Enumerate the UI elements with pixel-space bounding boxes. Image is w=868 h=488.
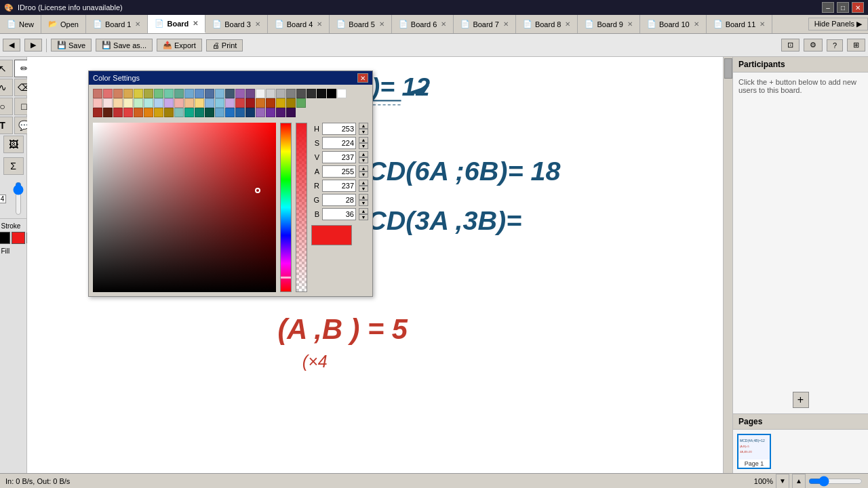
tab-board-7[interactable]: 📄Board 7✕: [454, 15, 516, 33]
gradient-picker[interactable]: [93, 123, 276, 292]
fullscreen-button[interactable]: ⊞: [847, 39, 865, 52]
color-swatch[interactable]: [256, 108, 265, 117]
tab-board-8[interactable]: 📄Board 8✕: [516, 15, 578, 33]
help-button[interactable]: ?: [827, 39, 843, 52]
close-button[interactable]: ✕: [852, 2, 864, 13]
color-swatch[interactable]: [93, 89, 102, 98]
color-swatch[interactable]: [276, 108, 285, 117]
select-tool[interactable]: ↖: [0, 60, 13, 77]
tab-board[interactable]: 📄Board✕: [148, 15, 205, 33]
a-up[interactable]: ▲: [359, 165, 368, 171]
color-swatch[interactable]: [266, 89, 275, 98]
color-dialog-close-button[interactable]: ✕: [357, 73, 368, 83]
circle-tool[interactable]: ○: [0, 98, 13, 115]
color-swatch[interactable]: [296, 89, 306, 98]
tab-board-5[interactable]: 📄Board 5✕: [330, 15, 392, 33]
color-swatch[interactable]: [266, 98, 275, 108]
color-swatch[interactable]: [184, 108, 194, 117]
b-down[interactable]: ▼: [359, 214, 368, 220]
s-down[interactable]: ▼: [359, 143, 368, 149]
zoom-up-button[interactable]: ▲: [792, 474, 806, 489]
image-tool[interactable]: 🖼: [3, 136, 24, 153]
color-swatch[interactable]: [134, 98, 143, 108]
color-swatch[interactable]: [184, 98, 194, 108]
tab-close-icon[interactable]: ✕: [317, 20, 322, 28]
sigma-tool[interactable]: Σ: [3, 157, 24, 175]
export-button[interactable]: 📤 Export: [157, 39, 202, 52]
color-swatch[interactable]: [123, 108, 133, 117]
color-swatch[interactable]: [144, 108, 153, 117]
tab-close-icon[interactable]: ✕: [255, 20, 260, 28]
color-swatch[interactable]: [144, 98, 153, 108]
minimize-button[interactable]: –: [822, 2, 834, 13]
color-swatch[interactable]: [123, 98, 133, 108]
print-button[interactable]: 🖨 Print: [206, 39, 243, 52]
s-input[interactable]: [322, 137, 356, 149]
color-swatch[interactable]: [154, 89, 163, 98]
color-swatch[interactable]: [205, 98, 214, 108]
pen-size-slider[interactable]: [9, 182, 28, 216]
tab-board-6[interactable]: 📄Board 6✕: [392, 15, 454, 33]
color-swatch[interactable]: [286, 98, 296, 108]
tab-board-1[interactable]: 📄Board 1✕: [86, 15, 149, 33]
color-swatch[interactable]: [276, 89, 285, 98]
add-user-button[interactable]: +: [793, 392, 809, 408]
tab-board-11[interactable]: 📄Board 11✕: [707, 15, 773, 33]
color-swatch[interactable]: [113, 98, 123, 108]
color-swatch[interactable]: [245, 108, 255, 117]
h-down[interactable]: ▼: [359, 129, 368, 135]
color-swatch[interactable]: [337, 89, 347, 98]
color-swatch[interactable]: [164, 98, 174, 108]
a-down[interactable]: ▼: [359, 171, 368, 178]
color-swatch[interactable]: [205, 89, 214, 98]
maximize-button[interactable]: □: [837, 2, 849, 13]
color-swatch[interactable]: [93, 108, 102, 117]
v-input[interactable]: [322, 151, 356, 163]
tab-open[interactable]: 📂Open: [41, 15, 86, 33]
page-1-thumb[interactable]: MCD(4A;4B)=12 (A,B)=5 4A,4B=20 Page 1: [737, 434, 771, 469]
a-input[interactable]: [322, 165, 356, 178]
color-swatch[interactable]: [296, 98, 306, 108]
tab-close-icon[interactable]: ✕: [627, 20, 633, 28]
v-down[interactable]: ▼: [359, 157, 368, 163]
h-input[interactable]: [322, 123, 356, 135]
tab-board-10[interactable]: 📄Board 10✕: [640, 15, 707, 33]
color-swatch[interactable]: [174, 98, 184, 108]
color-swatch[interactable]: [225, 89, 235, 98]
gradient-canvas[interactable]: [93, 123, 276, 292]
color-swatch[interactable]: [256, 98, 265, 108]
tab-close-icon[interactable]: ✕: [565, 20, 570, 28]
color-swatch[interactable]: [327, 89, 336, 98]
color-swatch[interactable]: [225, 108, 235, 117]
stroke-color-secondary[interactable]: [12, 232, 25, 244]
color-swatch[interactable]: [215, 89, 224, 98]
save-button[interactable]: 💾 Save: [51, 39, 92, 52]
color-swatch[interactable]: [195, 98, 204, 108]
b-input[interactable]: [322, 208, 356, 220]
g-input[interactable]: [322, 194, 356, 206]
save-as-button[interactable]: 💾 Save as...: [96, 39, 153, 52]
fit-screen-button[interactable]: ⊡: [781, 39, 800, 52]
nav-forward-button[interactable]: ▶: [24, 39, 42, 52]
r-down[interactable]: ▼: [359, 186, 368, 192]
nav-back-button[interactable]: ◀: [3, 39, 20, 52]
tab-close-icon[interactable]: ✕: [441, 20, 446, 28]
color-swatch[interactable]: [154, 108, 163, 117]
color-swatch[interactable]: [195, 89, 204, 98]
color-swatch[interactable]: [134, 89, 143, 98]
text-tool[interactable]: T: [0, 117, 13, 134]
r-input[interactable]: [322, 180, 356, 192]
color-swatch[interactable]: [123, 89, 133, 98]
b-up[interactable]: ▲: [359, 208, 368, 214]
color-swatch[interactable]: [256, 89, 265, 98]
color-swatch[interactable]: [266, 108, 275, 117]
hide-panels-button[interactable]: Hide Panels ▶: [808, 18, 868, 30]
zoom-down-button[interactable]: ▼: [776, 474, 789, 489]
color-swatch[interactable]: [225, 98, 235, 108]
tab-close-icon[interactable]: ✕: [193, 20, 198, 27]
g-up[interactable]: ▲: [359, 194, 368, 200]
stroke-color-preview[interactable]: [0, 232, 10, 244]
scroll-bar-y[interactable]: [723, 57, 732, 473]
alpha-slider[interactable]: [296, 123, 307, 292]
zoom-slider[interactable]: [808, 476, 863, 487]
